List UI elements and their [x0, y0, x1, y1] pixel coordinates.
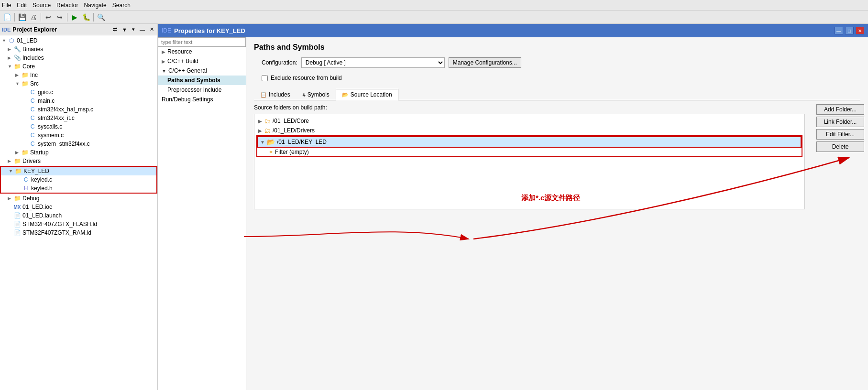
dialog-close-btn[interactable]: ✕ [856, 27, 864, 34]
delete-btn[interactable]: Delete [816, 141, 864, 152]
tree-item-flash-ld[interactable]: 📄 STM32F407ZGTX_FLASH.ld [0, 220, 157, 228]
filter-icon: ✦ [269, 149, 273, 155]
project-icon: ⬡ [8, 37, 15, 44]
nav-paths-symbols[interactable]: Paths and Symbols [158, 76, 246, 85]
panel-minimize-btn[interactable]: — [138, 26, 146, 33]
new-btn[interactable]: 📄 [2, 12, 12, 22]
symbols-tab-icon: # [303, 92, 306, 98]
sync-btn[interactable]: ⇄ [111, 26, 119, 33]
tree-item-01led[interactable]: ▼ ⬡ 01_LED [0, 36, 157, 45]
search-toolbar-btn[interactable]: 🔍 [96, 12, 106, 22]
save-btn[interactable]: 💾 [17, 12, 27, 22]
dialog-content: Paths and Symbols Configuration: Debug [… [246, 37, 868, 390]
source-item-label: /01_LED/KEY_LED [277, 139, 327, 145]
c-file-icon: C [29, 140, 36, 148]
run-btn[interactable]: ▶ [69, 12, 80, 22]
menu-edit[interactable]: Edit [17, 2, 27, 9]
c-file-icon: C [29, 106, 36, 113]
folder-icon: 🗂 [264, 127, 271, 134]
exclude-label: Exclude resource from build [271, 75, 342, 81]
tree-item-ioc[interactable]: MX 01_LED.ioc [0, 203, 157, 211]
source-item-filter[interactable]: ✦ Filter (empty) [257, 148, 802, 156]
source-item-keyled[interactable]: ▼ 📂 /01_LED/KEY_LED [257, 136, 802, 148]
c-file-icon: C [22, 176, 30, 184]
tree-item-inc[interactable]: ▶ 📁 Inc [0, 71, 157, 79]
tree-label: sysmem.c [38, 132, 64, 139]
source-item-drivers[interactable]: ▶ 🗂 /01_LED/Drivers [256, 126, 802, 135]
tree-label-keyled: KEY_LED [23, 168, 49, 174]
nav-run-debug[interactable]: Run/Debug Settings [158, 95, 246, 104]
print-btn[interactable]: 🖨 [28, 12, 39, 22]
menu-refactor[interactable]: Refactor [56, 2, 78, 9]
tab-includes[interactable]: 📋 Includes [254, 89, 297, 100]
collapse-btn[interactable]: ▼ [121, 26, 129, 33]
tree-item-startup[interactable]: ▶ 📁 Startup [0, 148, 157, 157]
content-title: Paths and Symbols [254, 43, 860, 52]
folder-icon: 🗂 [264, 117, 271, 125]
ld-icon: 📄 [13, 229, 21, 237]
tree-item-stm32it[interactable]: C stm32f4xx_it.c [0, 114, 157, 122]
tree-label: system_stm32f4xx.c [38, 141, 90, 147]
edit-filter-btn[interactable]: Edit Filter... [816, 129, 864, 140]
tab-source-location[interactable]: 📂 Source Location [336, 89, 398, 100]
nav-preprocessor[interactable]: Preprocessor Include [158, 85, 246, 95]
tree-label: keyled.h [31, 185, 53, 192]
dialog-minimize-btn[interactable]: — [835, 27, 843, 34]
exclude-row: Exclude resource from build [254, 73, 860, 83]
tree-item-main[interactable]: C main.c [0, 97, 157, 105]
tree-label: keyled.c [31, 176, 52, 183]
panel-close-btn[interactable]: ✕ [148, 26, 155, 33]
add-folder-btn[interactable]: Add Folder... [816, 104, 864, 115]
tree-item-drivers[interactable]: ▶ 📁 Drivers [0, 157, 157, 165]
nav-cpp-general[interactable]: ▼C/C++ General [158, 66, 246, 76]
source-item-filter-label: Filter (empty) [275, 149, 309, 155]
source-tree-panel: Source folders on build path: ▶ 🗂 /01_LE… [246, 100, 813, 390]
tree-label: Startup [30, 149, 49, 156]
folder-icon: 📁 [21, 71, 29, 79]
tree-label: Src [30, 80, 39, 87]
project-explorer-panel: IDE Project Explorer ⇄ ▼ ▾ — ✕ ▼ ⬡ 01_LE… [0, 24, 158, 390]
folder-icon-open: 📂 [267, 138, 275, 146]
source-location-tab-icon: 📂 [342, 92, 349, 98]
tree-label: gpio.c [38, 89, 53, 96]
redo-btn[interactable]: ↪ [55, 12, 65, 22]
filter-input[interactable] [158, 37, 246, 47]
source-area: Source folders on build path: ▶ 🗂 /01_LE… [246, 100, 868, 390]
panel-menu-btn[interactable]: ▾ [131, 26, 136, 33]
nav-cpp-build[interactable]: ▶C/C++ Build [158, 56, 246, 66]
exclude-checkbox[interactable] [262, 75, 268, 81]
tree-item-keyled[interactable]: ▼ 📁 KEY_LED [1, 167, 156, 175]
menu-search[interactable]: Search [112, 2, 131, 9]
menu-navigate[interactable]: Navigate [84, 2, 106, 9]
c-file-icon: C [29, 88, 36, 96]
nav-resource[interactable]: ▶Resource [158, 47, 246, 56]
menu-file[interactable]: File [2, 2, 11, 9]
tree-item-launch[interactable]: 📄 01_LED.launch [0, 211, 157, 220]
tree-item-core[interactable]: ▼ 📁 Core [0, 62, 157, 71]
tree-item-includes[interactable]: ▶ 📎 Includes [0, 54, 157, 62]
tree-item-system[interactable]: C system_stm32f4xx.c [0, 140, 157, 148]
dialog-maximize-btn[interactable]: □ [845, 27, 854, 34]
tree-item-debug[interactable]: ▶ 📁 Debug [0, 194, 157, 203]
dialog-body: ▶Resource ▶C/C++ Build ▼C/C++ General Pa… [158, 37, 868, 390]
tree-item-keyled-c[interactable]: C keyled.c [1, 175, 156, 184]
config-select[interactable]: Debug [ Active ] [301, 57, 445, 68]
manage-configurations-btn[interactable]: Manage Configurations... [449, 57, 521, 68]
menu-source[interactable]: Source [33, 2, 51, 9]
tree-item-binaries[interactable]: ▶ 🔧 Binaries [0, 45, 157, 54]
tree-item-keyled-h[interactable]: H keyled.h [1, 184, 156, 193]
tree-item-gpio[interactable]: C gpio.c [0, 88, 157, 97]
tree-label: STM32F407ZGTX_RAM.ld [22, 229, 91, 236]
tree-item-stm32hal[interactable]: C stm32f4xx_hal_msp.c [0, 105, 157, 114]
folder-icon: 📁 [13, 63, 21, 70]
tree-item-syscalls[interactable]: C syscalls.c [0, 122, 157, 131]
source-item-core[interactable]: ▶ 🗂 /01_LED/Core [256, 116, 802, 126]
undo-btn[interactable]: ↩ [43, 12, 54, 22]
tree-label: stm32f4xx_hal_msp.c [38, 106, 93, 113]
tree-item-sysmem[interactable]: C sysmem.c [0, 131, 157, 140]
link-folder-btn[interactable]: Link Folder... [816, 117, 864, 127]
tree-item-src[interactable]: ▼ 📁 Src [0, 79, 157, 88]
tab-symbols[interactable]: # Symbols [297, 89, 336, 100]
tree-item-ram-ld[interactable]: 📄 STM32F407ZGTX_RAM.ld [0, 228, 157, 237]
debug-btn[interactable]: 🐛 [81, 12, 91, 22]
